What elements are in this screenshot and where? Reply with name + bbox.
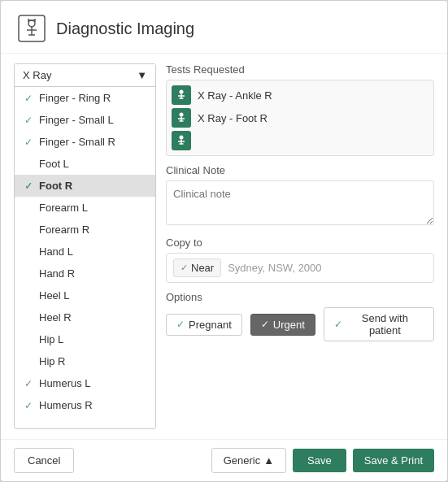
list-item-label: Finger - Small R [39,136,115,148]
list-item-check-icon: ✓ [23,378,34,389]
list-item[interactable]: ✓ Humerus R [15,394,155,416]
test-label: X Ray - Foot R [198,112,267,124]
list-item[interactable]: ✓ Humerus L [15,372,155,394]
list-item[interactable]: ✓ Finger - Small L [15,109,155,131]
near-button-label: Near [191,262,214,274]
list-item-label: Finger - Ring R [39,92,111,104]
page-title: Diagnostic Imaging [56,20,194,38]
tests-requested-box: X Ray - Ankle R X Ray - Foot R [166,80,434,156]
test-icon [172,85,191,105]
list-item-label: Humerus R [39,399,93,411]
list-item-check-icon [23,202,34,214]
list-item[interactable]: ✓ Finger - Small R [15,131,155,153]
copy-to-label: Copy to [166,237,434,249]
test-icon [172,131,191,150]
list-item-check-icon: ✓ [23,400,34,411]
list-item-check-icon: ✓ [23,115,34,126]
test-item[interactable]: X Ray - Ankle R [172,85,428,105]
list-item-label: Heel L [39,289,70,302]
option-button-pregnant[interactable]: ✓ Pregnant [166,314,242,336]
list-item-label: Hip L [39,333,63,345]
near-button[interactable]: ✓ Near [173,258,221,277]
list-item-label: Forearm L [39,202,88,214]
list-item-check-icon [23,334,34,345]
list-item[interactable]: Forearm L [15,197,155,219]
option-check-icon: ✓ [261,319,269,330]
option-check-icon: ✓ [334,319,342,330]
list-item[interactable]: Hip R [15,350,155,372]
xray-type-dropdown[interactable]: X Ray ▼ [15,64,155,87]
right-panel: Tests Requested X Ray - Ankle R X Ray - … [166,63,434,429]
list-item[interactable]: Forearm R [15,219,155,241]
list-item-check-icon [23,224,34,236]
list-item-label: Foot R [39,180,72,192]
options-section: Options ✓ Pregnant ✓ Urgent ✓ Send with … [166,291,434,341]
clinical-note-label: Clinical Note [166,164,434,176]
clinical-note-input[interactable] [166,180,434,225]
option-check-icon: ✓ [176,319,185,330]
option-label: Send with patient [346,312,424,337]
list-item-label: Hand R [39,267,75,280]
list-item-check-icon [23,158,34,170]
list-item-check-icon: ✓ [23,137,34,148]
svg-point-12 [180,113,184,117]
list-item-check-icon [23,290,34,302]
list-item[interactable]: Hip L [15,328,155,350]
list-item-check-icon [23,246,34,258]
generic-label: Generic [224,454,261,467]
copy-to-section: Copy to ✓ Near Sydney, NSW, 2000 [166,237,434,283]
list-item[interactable]: Foot L [15,153,155,175]
list-item-label: Heel R [39,311,72,324]
list-item-check-icon [23,268,34,280]
tests-requested-label: Tests Requested [166,63,434,76]
option-label: Urgent [273,319,305,331]
options-row: ✓ Pregnant ✓ Urgent ✓ Send with patient [166,307,434,341]
dialog-header: Diagnostic Imaging [1,1,447,54]
option-label: Pregnant [189,319,232,331]
list-item-check-icon [23,312,34,324]
diagnostic-imaging-icon [17,14,46,43]
cancel-button[interactable]: Cancel [14,448,74,473]
diagnostic-imaging-dialog: Diagnostic Imaging X Ray ▼ ✓ Finger - Ri… [0,0,448,482]
test-icon [172,108,191,128]
footer-right: Generic ▲ Save Save & Print [211,448,434,473]
generic-button[interactable]: Generic ▲ [211,448,286,473]
list-item[interactable]: ✓ Finger - Ring R [15,87,155,109]
tests-requested-section: Tests Requested X Ray - Ankle R X Ray - … [166,63,434,156]
test-label: X Ray - Ankle R [198,89,272,102]
test-item[interactable]: X Ray - Foot R [172,108,428,128]
svg-point-8 [180,90,184,94]
chevron-up-icon: ▲ [263,454,274,467]
list-item-check-icon: ✓ [23,180,34,192]
svg-point-1 [28,20,35,27]
list-item[interactable]: Hand L [15,241,155,263]
body-part-list: ✓ Finger - Ring R ✓ Finger - Small L ✓ F… [15,87,155,428]
list-item-label: Finger - Small L [39,114,114,126]
copy-to-box: ✓ Near Sydney, NSW, 2000 [166,253,434,283]
test-item[interactable] [172,131,428,150]
near-check-icon: ✓ [181,263,188,273]
list-item-label: Forearm R [39,224,89,236]
list-item[interactable]: Hand R [15,263,155,284]
list-item[interactable]: Heel R [15,306,155,328]
list-item-label: Humerus L [39,377,91,389]
dropdown-value: X Ray [23,69,51,81]
save-button[interactable]: Save [293,449,346,472]
chevron-down-icon: ▼ [137,69,147,81]
list-item-check-icon: ✓ [23,93,34,104]
option-button-urgent[interactable]: ✓ Urgent [250,314,315,336]
list-item-check-icon [23,356,34,367]
list-item-label: Hand L [39,245,73,258]
option-button-send-with-patient[interactable]: ✓ Send with patient [324,307,434,341]
clinical-note-section: Clinical Note [166,164,434,228]
list-item-label: Hip R [39,355,66,367]
left-panel: X Ray ▼ ✓ Finger - Ring R ✓ Finger - Sma… [14,63,156,429]
list-item[interactable]: Heel L [15,284,155,306]
location-text: Sydney, NSW, 2000 [228,262,321,274]
save-print-button[interactable]: Save & Print [353,449,434,472]
list-item[interactable]: ✓ Foot R [15,175,155,197]
dialog-body: X Ray ▼ ✓ Finger - Ring R ✓ Finger - Sma… [1,54,447,439]
options-label: Options [166,291,434,303]
footer-left: Cancel [14,448,74,473]
list-item-label: Foot L [39,158,69,170]
